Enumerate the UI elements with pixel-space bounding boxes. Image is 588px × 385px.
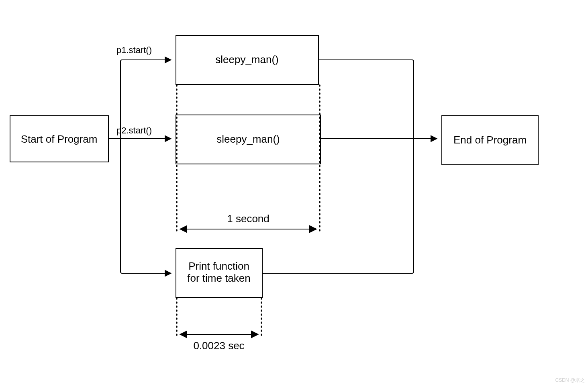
sleepy2-label: sleepy_man(): [216, 133, 280, 145]
print-line1: Print function: [188, 260, 249, 272]
edge-p2-label: p2.start(): [116, 125, 152, 135]
end-label: End of Program: [453, 134, 527, 146]
watermark: CSDN @培之: [555, 377, 585, 383]
start-label: Start of Program: [21, 133, 98, 145]
end-box: End of Program: [442, 116, 538, 165]
edge-to-print: [120, 139, 171, 273]
dim-1second-label: 1 second: [227, 213, 270, 225]
sleepy1-label: sleepy_man(): [215, 53, 279, 66]
start-box: Start of Program: [10, 116, 108, 162]
sleepy2-box: sleepy_man(): [176, 115, 321, 164]
sleepy1-box: sleepy_man(): [176, 35, 318, 84]
print-box: Print function for time taken: [176, 248, 262, 297]
edge-sleepy1-end: [318, 60, 414, 139]
edge-p1-label: p1.start(): [116, 45, 152, 55]
dim-short-label: 0.0023 sec: [193, 340, 244, 352]
print-line2: for time taken: [187, 272, 251, 284]
